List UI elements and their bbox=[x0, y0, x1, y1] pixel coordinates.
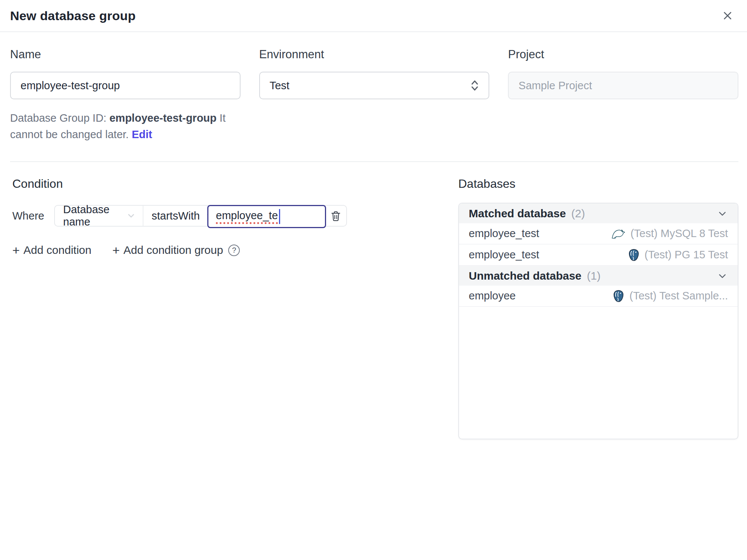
text-caret bbox=[279, 209, 280, 224]
group-id-prefix: Database Group ID: bbox=[10, 112, 109, 124]
condition-group: Database name startsWith bbox=[54, 205, 347, 227]
plus-icon: + bbox=[112, 244, 120, 256]
condition-operator-select[interactable]: startsWith bbox=[143, 206, 208, 226]
name-input[interactable] bbox=[10, 72, 241, 99]
database-instance: (Test) Test Sample... bbox=[629, 290, 728, 302]
condition-heading: Condition bbox=[12, 177, 443, 191]
group-id-helper: Database Group ID: employee-test-group I… bbox=[10, 110, 241, 143]
condition-value-text: employee_te bbox=[216, 209, 278, 224]
plus-icon: + bbox=[12, 244, 20, 256]
group-id-value: employee-test-group bbox=[109, 112, 217, 124]
matched-database-count: (2) bbox=[571, 207, 585, 220]
add-condition-group-label: Add condition group bbox=[124, 244, 223, 256]
unmatched-database-header[interactable]: Unmatched database (1) bbox=[459, 266, 738, 286]
condition-row: Where Database name startsWith bbox=[12, 205, 443, 227]
condition-section: Condition Where Database name startsWith bbox=[10, 177, 443, 256]
condition-actions: + Add condition + Add condition group ? bbox=[12, 244, 443, 256]
unmatched-database-label: Unmatched database bbox=[469, 270, 582, 282]
database-name: employee_test bbox=[469, 249, 539, 261]
condition-factor-value: Database name bbox=[63, 203, 121, 228]
chevron-down-icon bbox=[717, 208, 728, 219]
environment-field-group: Environment Test bbox=[259, 48, 490, 143]
postgresql-icon bbox=[612, 290, 625, 302]
databases-section: Databases Matched database (2) employee_… bbox=[458, 177, 738, 439]
close-icon bbox=[721, 9, 734, 22]
condition-operator-value: startsWith bbox=[152, 210, 200, 222]
condition-factor-select[interactable]: Database name bbox=[55, 206, 143, 226]
database-row[interactable]: employee_test (Test) PG 15 Test bbox=[459, 245, 738, 266]
environment-selected-value: Test bbox=[270, 80, 289, 92]
database-instance: (Test) PG 15 Test bbox=[645, 249, 728, 261]
mysql-icon bbox=[611, 228, 626, 240]
database-instance: (Test) MySQL 8 Test bbox=[630, 227, 728, 240]
name-field-group: Name Database Group ID: employee-test-gr… bbox=[10, 48, 241, 143]
project-input bbox=[508, 72, 738, 99]
databases-heading: Databases bbox=[458, 177, 738, 191]
unmatched-database-count: (1) bbox=[587, 270, 601, 282]
database-row[interactable]: employee (Test) Test Sample... bbox=[459, 286, 738, 307]
delete-condition-button[interactable] bbox=[325, 206, 346, 226]
dialog-title: New database group bbox=[10, 9, 136, 23]
database-name: employee_test bbox=[469, 227, 539, 240]
updown-chevrons-icon bbox=[471, 79, 479, 92]
postgresql-icon bbox=[627, 249, 640, 261]
database-name: employee bbox=[469, 290, 516, 302]
chevron-down-icon bbox=[717, 270, 728, 281]
trash-icon bbox=[330, 210, 342, 222]
add-condition-button[interactable]: + Add condition bbox=[12, 244, 92, 256]
dialog-header: New database group bbox=[0, 0, 747, 32]
help-icon[interactable]: ? bbox=[228, 245, 240, 256]
databases-panel: Matched database (2) employee_test bbox=[458, 203, 738, 439]
add-condition-group-button[interactable]: + Add condition group ? bbox=[112, 244, 240, 256]
where-label: Where bbox=[12, 210, 54, 222]
project-label: Project bbox=[508, 48, 738, 61]
environment-label: Environment bbox=[259, 48, 490, 61]
environment-select[interactable]: Test bbox=[259, 72, 490, 99]
name-label: Name bbox=[10, 48, 241, 61]
close-button[interactable] bbox=[719, 7, 736, 24]
project-field-group: Project bbox=[508, 48, 738, 143]
database-row[interactable]: employee_test (Test) MySQL 8 Test bbox=[459, 223, 738, 245]
edit-id-link[interactable]: Edit bbox=[132, 128, 152, 140]
add-condition-label: Add condition bbox=[24, 244, 92, 256]
form-section: Name Database Group ID: employee-test-gr… bbox=[0, 32, 747, 143]
matched-database-header[interactable]: Matched database (2) bbox=[459, 203, 738, 223]
matched-database-label: Matched database bbox=[469, 207, 566, 220]
condition-value-input[interactable]: employee_te bbox=[207, 205, 326, 228]
chevron-down-icon bbox=[126, 211, 136, 221]
